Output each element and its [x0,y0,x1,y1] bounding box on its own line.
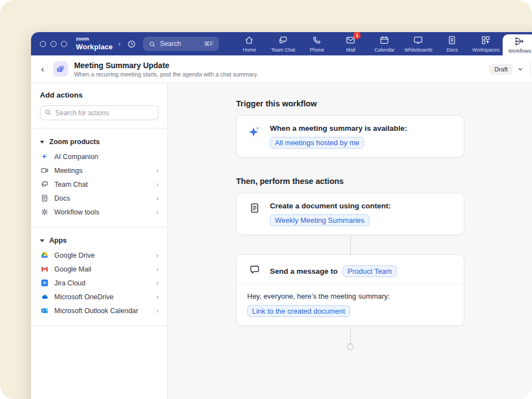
section-apps[interactable]: Apps [40,235,158,248]
status-chevron-down-icon[interactable] [517,66,524,73]
nav-item-home[interactable]: Home [232,32,266,55]
app-window: zoom Workplace › Search ⌘F [31,32,532,399]
sidebar-item-jira-cloud[interactable]: Jira Cloud › [40,276,158,290]
message-text: Hey, everyone, here’s the meeting summar… [247,292,453,300]
message-recipient-chip[interactable]: Product Team [342,265,397,277]
message-bubble-icon [247,263,262,277]
jira-icon [40,279,49,287]
create-document-card[interactable]: Create a document using content: Weekly … [236,193,464,235]
nav-item-workspaces[interactable]: Workspaces [469,32,503,55]
onedrive-icon [40,293,49,301]
nav-item-team-chat[interactable]: Team Chat [266,32,300,55]
chevron-right-icon: › [156,279,158,287]
global-search[interactable]: Search ⌘F [143,37,219,51]
calendar-icon [379,35,390,45]
trigger-scope-chip[interactable]: All meetings hosted by me [270,137,364,149]
chevron-right-icon: › [156,251,158,259]
document-icon [247,202,262,226]
window-control-close[interactable] [40,41,46,47]
section-zoom-products[interactable]: Zoom products [40,136,158,150]
caret-down-icon [40,239,44,242]
chevron-right-icon: › [156,293,158,301]
home-icon [244,35,254,45]
workspaces-icon [480,35,491,45]
sidebar-divider [31,227,167,227]
window-controls[interactable] [40,41,67,47]
send-message-title: Send a message to [270,267,337,275]
history-icon[interactable] [127,39,136,49]
mail-badge: 1 [353,32,361,39]
search-icon [149,40,156,48]
chevron-right-icon: › [156,180,158,188]
actions-heading: Then, perform these actions [236,177,464,186]
gear-icon [40,208,49,216]
whiteboards-icon [413,35,423,45]
dashed-connector [350,236,351,254]
trigger-heading: Trigger this workflow [236,99,464,108]
trigger-card[interactable]: When a meeting summary is available: All… [236,115,464,157]
sidebar-item-ai-companion[interactable]: AI Companion [40,150,158,163]
nav-item-mail[interactable]: 1 Mail [334,32,367,55]
nav-item-phone[interactable]: Phone [300,32,334,55]
chevron-right-icon: › [156,208,158,216]
nav-item-whiteboards[interactable]: Whiteboards [401,32,435,55]
workflow-title: Meeting Summary Update [74,61,258,70]
top-navbar: zoom Workplace › Search ⌘F [31,32,532,55]
meetings-icon [40,166,49,175]
sidebar-item-microsoft-onedrive[interactable]: Microsoft OneDrive › [40,290,158,304]
actions-sidebar: Add actions Zoom products [31,83,168,399]
docs-icon [447,35,457,45]
send-message-card[interactable]: Send a message to Product Team Hey, ever… [236,254,464,326]
sidebar-item-docs[interactable]: Docs › [40,191,158,205]
workflow-app-icon [53,62,68,76]
sidebar-divider [31,128,167,129]
sidebar-item-google-drive[interactable]: Google Drive › [40,248,158,262]
screen-background: zoom Workplace › Search ⌘F [0,0,532,399]
caret-down-icon [40,141,44,144]
ai-companion-icon [40,152,49,161]
mail-icon: 1 [345,35,356,45]
workflow-canvas: Trigger this workflow When a meeting sum… [168,83,532,399]
sidebar-item-team-chat[interactable]: Team Chat › [40,177,158,191]
search-label: Search [160,40,181,48]
sidebar-item-microsoft-outlook-calendar[interactable]: Microsoft Outlook Calendar › [40,304,158,318]
search-shortcut: ⌘F [204,40,214,48]
chevron-right-icon: › [156,265,158,273]
nav-tabs: Home Team Chat [232,32,532,55]
sidebar-item-meetings[interactable]: Meetings › [40,163,158,177]
chevron-right-icon: › [156,306,158,315]
chevron-right-icon[interactable]: › [118,40,120,48]
workflow-subtitle: When a recurring meeting starts, post th… [74,71,258,78]
brand-workplace: Workplace [76,43,112,51]
outlook-calendar-icon [40,306,49,315]
chevron-right-icon: › [156,194,158,202]
sidebar-title: Add actions [40,91,158,99]
zoom-workplace-logo: zoom Workplace [76,37,112,51]
dashed-connector [350,327,351,344]
nav-item-calendar[interactable]: Calendar [367,32,401,55]
sidebar-item-workflow-tools[interactable]: Workflow tools › [40,205,158,219]
nav-item-workflows[interactable]: Workflows [503,34,532,55]
connector-end-node[interactable] [347,344,354,350]
team-chat-icon [40,180,49,188]
sidebar-item-google-mail[interactable]: Google Mail › [40,262,158,276]
actions-search[interactable] [40,105,158,120]
gmail-icon [40,265,49,273]
window-control-maximize[interactable] [61,41,67,47]
message-body[interactable]: Hey, everyone, here’s the meeting summar… [237,284,464,325]
document-content-chip[interactable]: Weekly Meeting Summaries [270,214,370,226]
workflow-header: ‹ Meeting Summary Update When a recurrin… [31,55,532,83]
nav-item-docs[interactable]: Docs [435,32,469,55]
google-drive-icon [40,251,49,259]
phone-icon [311,35,322,45]
chevron-right-icon: › [156,166,158,175]
create-document-title: Create a document using content: [270,202,391,210]
document-link-chip[interactable]: Link to the created document [247,305,350,317]
window-control-minimize[interactable] [50,41,57,47]
ai-sparkle-icon [247,124,262,149]
status-badge: Draft [489,64,513,75]
actions-search-input[interactable] [40,105,158,120]
search-icon [44,109,52,116]
trigger-title: When a meeting summary is available: [270,124,407,132]
back-button[interactable]: ‹ [41,64,44,74]
